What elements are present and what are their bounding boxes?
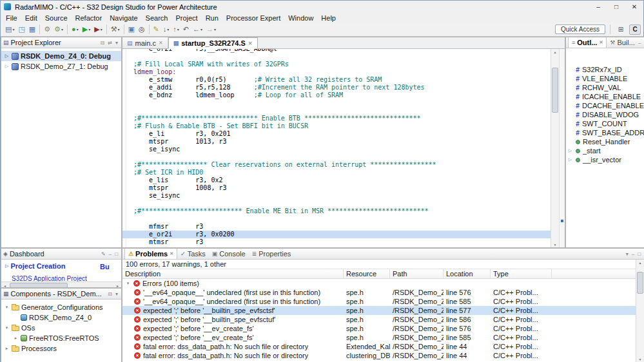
maximize-button[interactable]: □	[607, 1, 625, 13]
explorer-item-rsdk-demo-z7-1-debug[interactable]: ▷RSDK_Demo_Z7_1: Debug	[1, 61, 121, 71]
expander-icon[interactable]: ▸	[4, 346, 10, 351]
code-line[interactable]: ;#************************** Enable ME B…	[133, 207, 551, 215]
scrollbar-thumb[interactable]	[637, 272, 643, 294]
cpp-perspective-icon[interactable]: C	[629, 24, 641, 35]
code-line[interactable]: e_bdnz ldmem_loop ;# Loop for all of SRA…	[133, 91, 551, 99]
scroll-up-icon[interactable]: ▲	[554, 49, 557, 55]
tab-problems[interactable]: ⚠Problems✕	[124, 249, 177, 260]
scrollbar-track[interactable]	[636, 265, 644, 356]
menu-navigate[interactable]: Navigate	[106, 14, 141, 22]
column-header-resource[interactable]: Resource	[344, 269, 390, 278]
editor-tab-startup-s32r274-s[interactable]: ▤startup_S32R274.S✕	[168, 37, 258, 49]
back-icon[interactable]: ←▾	[191, 24, 204, 35]
outline-item-swt-count[interactable]: #SWT_COUNT	[566, 119, 644, 128]
outline-item-isr-vector[interactable]: ▷__isr_vector	[566, 155, 644, 164]
code-line[interactable]: se_isync	[133, 146, 551, 153]
new-c-file-icon[interactable]: ▣	[127, 24, 136, 35]
maximize-view-icon[interactable]: □	[638, 251, 641, 257]
collapse-all-icon[interactable]: ⊟	[108, 291, 112, 297]
code-line[interactable]	[133, 215, 551, 223]
editor-tab-main-c[interactable]: ▤main.c✕	[122, 37, 168, 48]
expander-icon[interactable]: ▷	[4, 53, 10, 59]
code-line[interactable]: e_or2i r3, 0x0200	[133, 231, 551, 238]
problem-row[interactable]: ✕fatal error: dss_data_path.h: No such f…	[122, 342, 636, 351]
tab-tasks[interactable]: ✓Tasks	[177, 249, 209, 260]
maximize-view-icon[interactable]: □	[115, 251, 118, 257]
code-line[interactable]: ;#****************************** Enable …	[133, 115, 551, 122]
last-edit-location-icon[interactable]: ↶	[182, 24, 190, 35]
expander-icon[interactable]: ▾	[125, 279, 131, 288]
close-icon[interactable]: ✕	[599, 40, 603, 45]
expander-icon[interactable]: ▾	[4, 325, 10, 330]
column-header-path[interactable]: Path	[390, 269, 444, 278]
menu-search[interactable]: Search	[142, 14, 172, 22]
outline-item-dcache-enable[interactable]: #DCACHE_ENABLE	[566, 101, 644, 110]
minimize-button[interactable]: –	[589, 1, 607, 13]
component-item-freertos-freertos[interactable]: ▸FreeRTOS:FreeRTOS	[1, 333, 121, 343]
save-all-icon[interactable]: ▦	[28, 24, 37, 35]
code-line[interactable]: ;# Set ICR in HID0	[133, 169, 551, 176]
tab-outl[interactable]: ≡Outl...✕	[568, 37, 607, 48]
view-menu-icon[interactable]: ▾	[626, 251, 629, 257]
code-line[interactable]	[133, 200, 551, 207]
outline-item-rchw-val[interactable]: #RCHW_VAL	[566, 83, 644, 92]
code-line[interactable]: mtspr 1008, r3	[133, 184, 551, 192]
dashboard-horizontal-scrollbar[interactable]: ◂ ▸	[1, 281, 121, 288]
expander-icon[interactable]: ▷	[567, 148, 573, 153]
menu-run[interactable]: Run	[202, 14, 222, 22]
minimize-view-icon[interactable]: –	[109, 251, 112, 257]
code-line[interactable]: se_isync	[133, 192, 551, 200]
menu-refactor[interactable]: Refactor	[72, 14, 106, 22]
outline-item-start[interactable]: ▷_start	[566, 146, 644, 155]
expander-icon[interactable]: ▷	[5, 263, 8, 269]
scroll-down-icon[interactable]: ▼	[554, 242, 557, 247]
close-icon[interactable]: ✕	[248, 41, 253, 46]
code-line[interactable]	[133, 153, 551, 161]
build-hammer-icon[interactable]: ⚒▾	[110, 24, 121, 35]
menu-file[interactable]: File	[2, 14, 21, 22]
build-config-icon[interactable]: ⚙▾	[53, 24, 64, 35]
scrollbar-track[interactable]	[551, 55, 559, 242]
code-line[interactable]: ;#***************** Clear reservations o…	[133, 161, 551, 169]
code-line[interactable]: e_stmw r0,0(r5) ;# Write all 32 register…	[133, 76, 551, 84]
code-line[interactable]	[133, 107, 551, 115]
scroll-right-icon[interactable]: ▸	[114, 283, 121, 288]
search-icon[interactable]: ◎	[137, 24, 146, 35]
problem-row[interactable]: ✕expected ';' before '__builtin_spe_evfs…	[122, 306, 636, 315]
view-menu-icon[interactable]: ▾	[115, 291, 118, 297]
open-perspective-icon[interactable]: ⊞	[615, 24, 627, 35]
problem-row[interactable]: ✕expected ';' before '__builtin_spe_evfs…	[122, 315, 636, 324]
expander-icon[interactable]: ▷	[4, 64, 10, 69]
component-item-generator-configurations[interactable]: ▾Generator_Configurations	[1, 302, 121, 312]
scroll-down-icon[interactable]: ▼	[639, 356, 642, 362]
outline-item-disable-wdog[interactable]: #DISABLE_WDOG	[566, 110, 644, 119]
component-item-rdsk-demo-z4-0[interactable]: RDSK_Demo_Z4_0	[1, 312, 121, 323]
outline-item-icache-enable[interactable]: #ICACHE_ENABLE	[566, 92, 644, 101]
problem-row[interactable]: ✕fatal error: dss_data_path.h: No such f…	[122, 351, 636, 360]
view-menu-icon[interactable]: ▾	[115, 40, 118, 46]
component-item-processors[interactable]: ▸Processors	[1, 343, 121, 354]
code-line[interactable]: e_addi r5,r5,128 ;#Increment the RAM poi…	[133, 84, 551, 91]
edit-icon[interactable]: ✎	[101, 251, 106, 257]
code-line[interactable]: mfmsr r3	[133, 223, 551, 231]
scrollbar-track[interactable]	[8, 282, 114, 288]
link-editor-icon[interactable]: ⇄	[108, 40, 112, 46]
menu-project[interactable]: Project	[171, 14, 201, 22]
problem-row[interactable]: ✕'__ev64_opaque__' undeclared (first use…	[122, 288, 636, 297]
problems-vertical-scrollbar[interactable]: ▲ ▼	[636, 260, 644, 362]
scrollbar-thumb[interactable]	[10, 283, 68, 288]
problem-row[interactable]: ✕expected ';' before '__ev_create_fs'spe…	[122, 324, 636, 333]
overview-ruler[interactable]	[559, 49, 565, 247]
scroll-left-icon[interactable]: ◂	[1, 283, 8, 288]
minimize-view-icon[interactable]: –	[638, 40, 641, 46]
code-line[interactable]: mtspr 1013, r3	[133, 138, 551, 146]
save-icon[interactable]: ◳	[17, 24, 26, 35]
outline-item-reset-handler[interactable]: Reset_Handler	[566, 137, 644, 146]
editor-area[interactable]: e_or2i r5,__SRAM_BASE_ADDR@l ;# Fill Loc…	[122, 49, 551, 247]
menu-source[interactable]: Source	[41, 14, 72, 22]
code-line[interactable]: ;# Fill Local SRAM with writes of 32GPRs	[133, 61, 551, 68]
scrollbar-thumb[interactable]	[552, 68, 558, 113]
scroll-up-icon[interactable]: ▲	[639, 260, 642, 265]
problem-row[interactable]: ✕'__ev64_opaque__' undeclared (first use…	[122, 297, 636, 306]
tab-console[interactable]: ▣Console	[209, 249, 249, 260]
